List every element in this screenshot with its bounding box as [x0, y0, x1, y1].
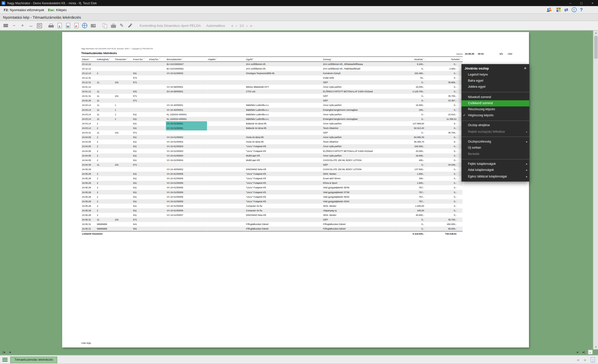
cell-temaszam[interactable]: [114, 172, 132, 176]
table-row[interactable]: 24.05.282911VV 24-01/00006Computer és fi…: [81, 204, 463, 208]
cell-szoveg[interactable]: GÉP: [322, 130, 392, 135]
cell-koltseghely[interactable]: [96, 62, 114, 66]
table-row[interactable]: 24.05.282911VV 24-01/00005"Uccu" Futapes…: [81, 195, 463, 199]
cell-jovairas[interactable]: 0,-: [392, 217, 426, 222]
table-row[interactable]: 24.05.282911VV 24-01/00005"Uccu" Futapes…: [81, 172, 463, 176]
cell-knemfsz[interactable]: 911: [132, 190, 148, 194]
cell-temaszam[interactable]: [114, 167, 132, 172]
cell-temaszam[interactable]: [114, 71, 132, 76]
menu-item[interactable]: Fejléc tulajdonságok▸: [462, 161, 530, 167]
cell-szoveg[interactable]: GÉP: [322, 163, 392, 167]
table-row[interactable]: 24.03.3111101571GÉP0,-35.700,-: [81, 130, 463, 135]
filter-mark-icon[interactable]: ▾: [331, 58, 332, 60]
cell-koltseghely[interactable]: 2: [96, 195, 114, 199]
sort-updown-icon[interactable]: ↕: [425, 58, 426, 61]
cell-jovairas[interactable]: 757,-: [392, 199, 426, 204]
cell-knemfsz[interactable]: 911: [132, 195, 148, 199]
cell-khelyfsz[interactable]: [148, 167, 166, 172]
cell-bizonylatszam[interactable]: VV 23-01/00002: [166, 71, 207, 76]
cell-bizonylatszam[interactable]: VV 24-58/00001: [166, 85, 207, 89]
cell-bizonylatszam[interactable]: VV 24-01/00001: [166, 121, 207, 126]
cell-datum[interactable]: 24.01.12: [81, 85, 96, 89]
col-header-szoveg[interactable]: Szöveg▾: [322, 57, 392, 62]
cell-jovairas[interactable]: 1.500,-: [392, 181, 426, 185]
cell-koltseghely[interactable]: 2: [96, 190, 114, 194]
cell-temaszam[interactable]: [114, 226, 132, 231]
cell-alapbiz[interactable]: [207, 71, 245, 76]
cell-knemfsz[interactable]: [132, 108, 148, 112]
cell-ugyfel[interactable]: Mátéfalvi Ludimilla e.v.: [245, 117, 322, 121]
cell-ugyfel[interactable]: Horta és társa kft.: [245, 135, 322, 140]
cell-knemfsz[interactable]: 541: [132, 222, 148, 226]
cell-bizonylatszam[interactable]: KL 1020/24-000001: [166, 112, 207, 117]
last-page-icon[interactable]: »: [250, 23, 252, 28]
cell-khelyfsz[interactable]: [148, 181, 166, 185]
cell-temaszam[interactable]: [114, 126, 132, 130]
cell-bizonylatszam[interactable]: VV 24-01/00005: [166, 199, 207, 204]
cell-jovairas[interactable]: 46.456,70: [392, 140, 426, 144]
cell-terheles[interactable]: 10.010,-: [426, 112, 463, 117]
modules-grid-icon[interactable]: [556, 7, 561, 12]
cell-koltseghely[interactable]: [96, 167, 114, 172]
cell-datum[interactable]: 24.03.14: [81, 126, 96, 130]
table-row[interactable]: 24.04.052911VV 24-01/00003"Uccu" Futapes…: [81, 149, 463, 153]
cell-szoveg[interactable]: 3004. Mester: [322, 213, 392, 217]
table-row[interactable]: 24.01.1211931EX 24-59/00001CTSI Ltd.ELŐR…: [81, 89, 463, 94]
cell-ugyfel[interactable]: 2HA szőlőbirtok Kft.: [245, 66, 322, 71]
cell-koltseghely[interactable]: 2: [96, 135, 114, 140]
cell-knemfsz[interactable]: 931: [132, 89, 148, 94]
cell-terheles[interactable]: 0,-: [426, 213, 463, 217]
cell-khelyfsz[interactable]: [148, 135, 166, 140]
cell-szoveg[interactable]: Ámor nyila parfüm: [322, 153, 392, 158]
vcr-prev-icon[interactable]: ◂: [9, 351, 11, 354]
table-row[interactable]: 24.01.12VV 24-58/00001Mitvisz állatelede…: [81, 85, 463, 89]
cell-alapbiz[interactable]: [207, 62, 245, 66]
cell-knemfsz[interactable]: [132, 62, 148, 66]
cell-koltseghely[interactable]: 2: [96, 126, 114, 130]
cell-jovairas[interactable]: 40.600,-: [392, 213, 426, 217]
cell-bizonylatszam[interactable]: VV 24-01/00003: [166, 149, 207, 153]
next-page-icon[interactable]: ›: [246, 23, 248, 28]
cell-temaszam[interactable]: [114, 121, 132, 126]
cell-szoveg[interactable]: Teszt Alkatrész: [322, 140, 392, 144]
table-row[interactable]: 23.12.31572irodai szék34,-0,-: [81, 76, 463, 80]
cell-terheles[interactable]: 0,-: [426, 158, 463, 163]
cell-knemfsz[interactable]: 911: [132, 158, 148, 163]
cell-knemfsz[interactable]: [132, 103, 148, 107]
table-row[interactable]: 24.05.282911VV 24-01/00006Computer és fi…: [81, 208, 463, 213]
table-row[interactable]: 24.05.3111101571GÉP0,-35.700,-: [81, 217, 463, 222]
cell-datum[interactable]: 24.04.30: [81, 163, 96, 167]
cell-terheles[interactable]: 0,-: [426, 149, 463, 153]
vertical-scrollbar[interactable]: ▲ ▼: [593, 31, 598, 349]
cell-jovairas[interactable]: 150,-: [392, 108, 426, 112]
cell-datum[interactable]: 24.04.05: [81, 144, 96, 149]
cell-temaszam[interactable]: [114, 213, 132, 217]
cell-alapbiz[interactable]: [207, 112, 245, 117]
cell-knemfsz[interactable]: 911: [132, 144, 148, 149]
cell-jovairas[interactable]: 16.000,-: [392, 103, 426, 107]
cell-koltseghely[interactable]: 2: [96, 208, 114, 213]
cell-khelyfsz[interactable]: [148, 140, 166, 144]
cell-datum[interactable]: 24.05.28: [81, 176, 96, 181]
cell-jovairas[interactable]: 4.129.700,-: [392, 89, 426, 94]
cell-terheles[interactable]: 0,-: [426, 144, 463, 149]
cell-szoveg[interactable]: 3004. Mester: [322, 204, 392, 208]
cell-knemfsz[interactable]: 572: [132, 76, 148, 80]
scroll-corner-box[interactable]: ▸: [588, 350, 593, 354]
cell-jovairas[interactable]: 5.200,-: [392, 62, 426, 66]
cell-datum[interactable]: 24.04.05: [81, 140, 96, 144]
cell-temaszam[interactable]: 101: [114, 163, 132, 167]
cell-szoveg[interactable]: GÉP: [322, 217, 392, 222]
cell-ugyfel[interactable]: [245, 80, 322, 85]
cell-koltseghely[interactable]: 11: [96, 112, 114, 117]
cell-ugyfel[interactable]: [245, 217, 322, 222]
cell-temaszam[interactable]: [114, 181, 132, 185]
cell-koltseghely[interactable]: 11: [96, 94, 114, 98]
table-row[interactable]: 24.05.282911VV 24-01/00005"Uccu" Futapes…: [81, 190, 463, 194]
cell-khelyfsz[interactable]: [148, 121, 166, 126]
cell-knemfsz[interactable]: 911: [132, 181, 148, 185]
cell-terheles[interactable]: 0,-: [426, 167, 463, 172]
cell-terheles[interactable]: 58.500,-: [426, 226, 463, 231]
cell-koltseghely[interactable]: 58585858: [96, 222, 114, 226]
cell-alapbiz[interactable]: [207, 195, 245, 199]
